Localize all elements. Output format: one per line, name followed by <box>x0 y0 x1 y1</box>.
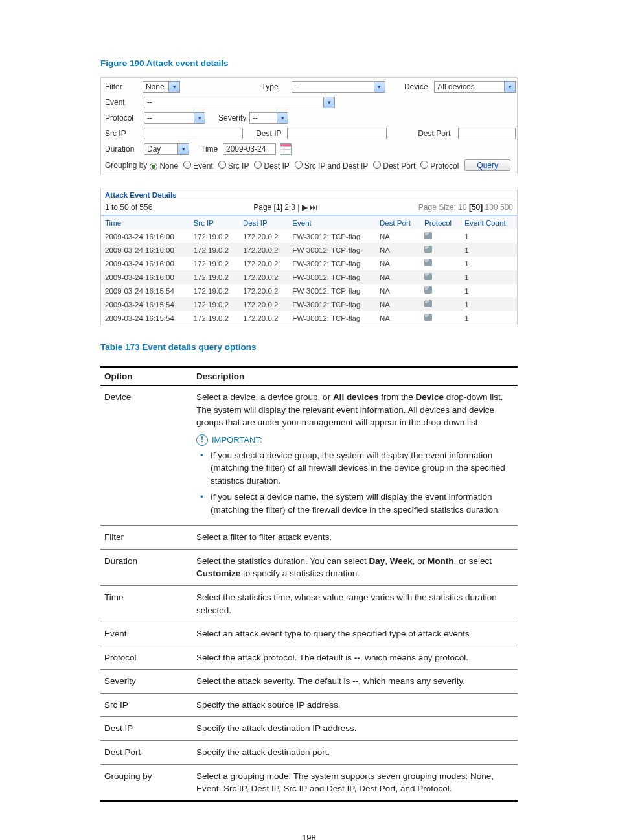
col-time[interactable]: Time <box>101 216 190 229</box>
type-select[interactable]: --▾ <box>292 81 385 93</box>
groupby-radio-src-ip-and-dest-ip[interactable] <box>295 161 303 169</box>
groupby-radio-dest-port[interactable] <box>373 161 381 169</box>
filter-panel: Filter None▾ Type --▾ Device All devices… <box>100 77 518 174</box>
label-protocol: Protocol <box>102 113 144 122</box>
page-size-option[interactable]: [50] <box>467 203 483 212</box>
filter-select[interactable]: None▾ <box>143 81 180 93</box>
col-protocol[interactable]: Protocol <box>420 216 461 229</box>
cell: 172.19.0.2 <box>190 257 239 270</box>
page-size-option[interactable]: 10 <box>458 203 466 212</box>
table-row[interactable]: 2009-03-24 16:15:54172.19.0.2172.20.0.2F… <box>101 298 517 311</box>
cell-protocol <box>420 229 461 243</box>
cell-protocol <box>420 311 461 325</box>
destport-input[interactable] <box>458 128 516 139</box>
protocol-value: -- <box>147 113 152 122</box>
cell: NA <box>376 298 420 311</box>
cell-protocol <box>420 243 461 257</box>
label-event: Event <box>102 98 144 107</box>
destip-input[interactable] <box>287 128 387 139</box>
cell: 1 <box>461 298 517 311</box>
col-dest-port[interactable]: Dest Port <box>376 216 420 229</box>
protocol-select[interactable]: --▾ <box>144 112 205 124</box>
cell: NA <box>376 311 420 325</box>
srcip-input[interactable] <box>144 128 244 139</box>
duration-select[interactable]: Day▾ <box>144 143 189 155</box>
table-row[interactable]: 2009-03-24 16:16:00172.19.0.2172.20.0.2F… <box>101 257 517 270</box>
option-description: Specify the attack source IP address. <box>192 693 518 717</box>
option-name: Dest IP <box>100 717 192 741</box>
chevron-down-icon: ▾ <box>194 113 205 123</box>
col-src-ip[interactable]: Src IP <box>190 216 239 229</box>
page-size[interactable]: Page Size: 10 [50] 100 500 <box>418 203 513 212</box>
device-select[interactable]: All devices▾ <box>434 81 516 93</box>
cell: FW-30012: TCP-flag <box>288 284 376 298</box>
cell: 1 <box>461 257 517 270</box>
protocol-ip-icon <box>424 300 432 307</box>
label-severity: Severity <box>218 113 249 122</box>
option-row: Grouping bySelect a grouping mode. The s… <box>100 764 518 801</box>
cell-protocol <box>420 284 461 298</box>
col-event-count[interactable]: Event Count <box>461 216 517 229</box>
cell: 172.19.0.2 <box>190 229 239 243</box>
query-button[interactable]: Query <box>464 159 510 171</box>
groupby-radio-none[interactable] <box>150 163 157 170</box>
groupby-radio-event[interactable] <box>183 161 191 169</box>
table-row[interactable]: 2009-03-24 16:16:00172.19.0.2172.20.0.2F… <box>101 243 517 257</box>
severity-value: -- <box>253 113 258 122</box>
col-event[interactable]: Event <box>288 216 376 229</box>
important-bullet: If you select a device group, the system… <box>211 449 514 487</box>
table-row[interactable]: 2009-03-24 16:16:00172.19.0.2172.20.0.2F… <box>101 229 517 243</box>
cell: NA <box>376 284 420 298</box>
option-name: Severity <box>100 670 192 694</box>
cell: 1 <box>461 270 517 284</box>
protocol-ip-icon <box>424 259 432 266</box>
event-select[interactable]: --▾ <box>144 97 335 108</box>
option-name: Time <box>100 586 192 622</box>
chevron-down-icon: ▾ <box>323 97 334 108</box>
table-row[interactable]: 2009-03-24 16:15:54172.19.0.2172.20.0.2F… <box>101 284 517 298</box>
figure-caption: Figure 190 Attack event details <box>100 58 518 68</box>
cell: NA <box>376 270 420 284</box>
table-row[interactable]: 2009-03-24 16:16:00172.19.0.2172.20.0.2F… <box>101 270 517 284</box>
option-description: Select a filter to filter attack events. <box>192 526 518 550</box>
groupby-radio-src-ip[interactable] <box>218 161 226 169</box>
label-destip: Dest IP <box>256 129 287 138</box>
cell: FW-30012: TCP-flag <box>288 298 376 311</box>
cell: FW-30012: TCP-flag <box>288 257 376 270</box>
col-description: Description <box>192 367 518 386</box>
groupby-radio-protocol[interactable] <box>420 161 428 169</box>
severity-select[interactable]: --▾ <box>249 112 288 124</box>
cell: FW-30012: TCP-flag <box>288 311 376 325</box>
page-nav[interactable]: Page [1] 2 3 | ▶ ⏭ <box>152 203 418 212</box>
important-header: !IMPORTANT: <box>196 434 514 447</box>
option-row: SeveritySelect the attack severity. The … <box>100 670 518 694</box>
cell: 2009-03-24 16:16:00 <box>101 229 190 243</box>
protocol-ip-icon <box>424 246 432 253</box>
important-bullet: If you select a device name, the system … <box>211 491 514 516</box>
option-description: Specify the attack destination port. <box>192 740 518 764</box>
option-name: Device <box>100 386 192 526</box>
page-number: 198 <box>100 833 518 840</box>
page-size-option[interactable]: 500 <box>498 203 513 212</box>
groupby-label: Src IP <box>228 161 249 170</box>
option-row: Dest PortSpecify the attack destination … <box>100 740 518 764</box>
chevron-down-icon: ▾ <box>374 82 385 92</box>
calendar-icon[interactable] <box>280 143 292 155</box>
option-name: Filter <box>100 526 192 550</box>
option-description: Select a device, a device group, or All … <box>192 386 518 526</box>
page-size-option[interactable]: 100 <box>483 203 498 212</box>
cell: FW-30012: TCP-flag <box>288 243 376 257</box>
time-input[interactable]: 2009-03-24 <box>223 143 276 155</box>
table-row[interactable]: 2009-03-24 16:15:54172.19.0.2172.20.0.2F… <box>101 311 517 325</box>
label-groupby: Grouping by <box>105 161 147 170</box>
label-device: Device <box>404 82 434 91</box>
attack-event-details: Attack Event Details 1 to 50 of 556 Page… <box>100 189 518 325</box>
col-option: Option <box>100 367 192 386</box>
cell: 2009-03-24 16:16:00 <box>101 270 190 284</box>
groupby-radio-dest-ip[interactable] <box>254 161 262 169</box>
page-size-label: Page Size: <box>418 203 456 212</box>
col-dest-ip[interactable]: Dest IP <box>239 216 288 229</box>
chevron-down-icon: ▾ <box>177 144 189 154</box>
label-duration: Duration <box>102 145 144 154</box>
cell: 172.20.0.2 <box>239 243 288 257</box>
